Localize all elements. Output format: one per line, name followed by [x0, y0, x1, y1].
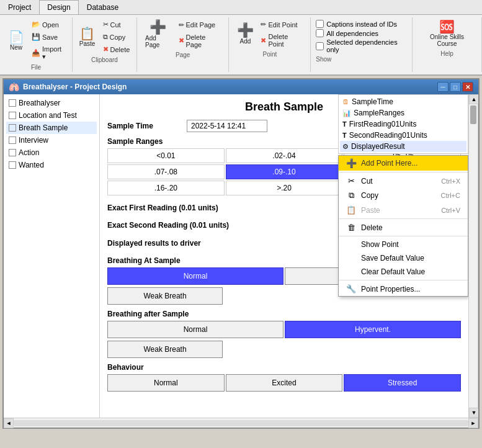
ribbon-tabs: Project Design Database — [0, 0, 482, 15]
app-titlebar: 🫁 Breathalyser - Project Design ─ □ ✕ — [4, 79, 478, 94]
all-deps-checkbox[interactable] — [316, 29, 324, 37]
app-window: 🫁 Breathalyser - Project Design ─ □ ✕ Br… — [2, 78, 480, 429]
show-selected-deps[interactable]: Selected dependencies only — [316, 38, 407, 53]
btn-save[interactable]: 💾 Save — [29, 31, 67, 43]
scroll-thumb[interactable] — [470, 105, 476, 124]
range-cell-7[interactable]: >.20 — [226, 181, 343, 195]
breathing-after-normal[interactable]: Normal — [107, 321, 283, 338]
sidebar-item-breath-sample[interactable]: Breath Sample — [6, 122, 97, 134]
ctx-copy[interactable]: ⧉ Copy Ctrl+C — [339, 188, 468, 203]
breathing-after-hypervent[interactable]: Hypervent. — [285, 321, 461, 338]
scroll-right-btn[interactable]: ► — [468, 418, 478, 428]
btn-import[interactable]: 📥 Import ▾ — [29, 43, 67, 63]
file-group-label: File — [31, 64, 41, 71]
sidebar-item-interview[interactable]: Interview — [6, 134, 97, 146]
field-icon-3: T — [342, 120, 347, 128]
main-panel: ▲ ▼ Breath Sample Sample Time Sample Ran… — [100, 94, 478, 418]
behaviour-label: Behaviour — [107, 363, 461, 372]
app-title: Breathalyser - Project Design — [23, 83, 127, 91]
breathing-after-weak[interactable]: Weak Breath — [107, 341, 223, 358]
win-controls: ─ □ ✕ — [437, 82, 473, 92]
field-sample-time[interactable]: 🗓 SampleTime — [340, 96, 466, 107]
sidebar-item-location[interactable]: Location and Test — [6, 109, 97, 122]
sidebar-item-action[interactable]: Action — [6, 146, 97, 159]
btn-add-page[interactable]: ➕ Add Page — [142, 19, 174, 50]
win-minimize[interactable]: ─ — [437, 82, 449, 92]
app-icon: 🫁 — [9, 82, 19, 92]
ctx-save-default[interactable]: Save Default Value — [339, 251, 468, 265]
ctx-clear-default[interactable]: Clear Default Value — [339, 265, 468, 279]
ribbon-group-file: 📄 New 📂 Open 💾 Save 📥 Import ▾ — [0, 17, 73, 72]
behaviour-group: Normal Excited Stressed — [107, 374, 461, 392]
btn-delete-point[interactable]: ✖ Delete Point — [257, 31, 305, 50]
field-displayed-result[interactable]: ⚙ DisplayedResult — [340, 141, 466, 152]
field-icon-1: 🗓 — [342, 98, 349, 105]
add-page-icon: ➕ — [150, 20, 166, 34]
behaviour-excited[interactable]: Excited — [226, 374, 343, 392]
sidebar: Breathalyser Location and Test Breath Sa… — [4, 94, 100, 418]
range-cell-6[interactable]: .16-.20 — [107, 181, 225, 195]
context-menu: ➕ Add Point Here... ✂ Cut Ctrl+X ⧉ Copy — [338, 155, 468, 297]
btn-delete-page[interactable]: ✖ Delete Page — [176, 32, 224, 50]
btn-copy[interactable]: ⧉ Copy — [100, 31, 133, 43]
ctx-cut[interactable]: ✂ Cut Ctrl+X — [339, 174, 468, 188]
breathing-after-label: Breathing after Sample — [107, 310, 461, 318]
sidebar-item-wanted[interactable]: Wanted — [6, 159, 97, 171]
range-cell-4[interactable]: .09-.10 — [226, 164, 343, 179]
edit-page-icon: ✏ — [179, 21, 184, 29]
win-maximize[interactable]: □ — [450, 82, 461, 92]
show-captions[interactable]: Captions instead of IDs — [316, 20, 397, 28]
ctx-show-point[interactable]: Show Point — [339, 238, 468, 251]
ctx-add-point[interactable]: ➕ Add Point Here... — [339, 156, 468, 171]
cb-breathalyser — [9, 99, 16, 107]
help-group-label: Help — [440, 50, 453, 57]
btn-edit-page[interactable]: ✏ Edit Page — [176, 19, 224, 31]
btn-help[interactable]: 🆘 Online Skills Course — [417, 19, 476, 49]
ribbon: Project Design Database 📄 New 📂 Open 💾 — [0, 0, 482, 76]
btn-open[interactable]: 📂 Open — [29, 19, 67, 30]
selected-deps-checkbox[interactable] — [316, 42, 324, 50]
ctx-point-props[interactable]: 🔧 Point Properties... — [339, 282, 468, 296]
ctx-sep-4 — [339, 280, 468, 280]
range-cell-3[interactable]: .07-.08 — [107, 164, 225, 179]
sidebar-item-breathalyser[interactable]: Breathalyser — [6, 97, 97, 109]
ribbon-group-point: ➕ Add ✏ Edit Point ✖ Delete Point Point — [229, 17, 311, 72]
field-first-reading[interactable]: T FirstReading01Units — [340, 119, 466, 130]
ctx-props-icon: 🔧 — [346, 284, 356, 293]
range-cell-0[interactable]: <0.01 — [107, 148, 225, 163]
breathing-after-group: Normal Hypervent. — [107, 321, 461, 338]
scroll-up-btn[interactable]: ▲ — [469, 94, 478, 104]
ctx-copy-icon: ⧉ — [346, 190, 356, 200]
breathing-at-normal[interactable]: Normal — [107, 267, 283, 285]
behaviour-stressed[interactable]: Stressed — [344, 374, 461, 392]
tab-database[interactable]: Database — [79, 0, 127, 14]
btn-cut[interactable]: ✂ Cut — [100, 19, 133, 30]
btn-paste[interactable]: 📋 Paste — [76, 25, 99, 49]
ctx-paste: 📋 Paste Ctrl+V — [339, 203, 468, 217]
sample-time-input[interactable] — [187, 120, 267, 132]
field-sample-ranges[interactable]: 📊 SampleRanges — [340, 107, 466, 119]
btn-delete-clip[interactable]: ✖ Delete — [100, 43, 133, 55]
scroll-left-btn[interactable]: ◄ — [4, 418, 14, 428]
breathing-after-weak-group: Weak Breath — [107, 341, 461, 358]
captions-checkbox[interactable] — [316, 20, 324, 28]
new-icon: 📄 — [9, 31, 24, 43]
right-panel-overlay: 🗓 SampleTime 📊 SampleRanges T FirstReadi… — [338, 94, 468, 297]
tab-project[interactable]: Project — [0, 0, 39, 14]
btn-edit-point[interactable]: ✏ Edit Point — [257, 19, 305, 30]
breathing-at-weak[interactable]: Weak Breath — [107, 287, 223, 305]
win-close[interactable]: ✕ — [462, 82, 473, 92]
range-cell-1[interactable]: .02-.04 — [226, 148, 343, 163]
tab-design[interactable]: Design — [39, 0, 78, 14]
scroll-down-btn[interactable]: ▼ — [469, 408, 478, 418]
cb-interview — [9, 137, 16, 144]
ctx-sep-2 — [339, 218, 468, 219]
btn-new[interactable]: 📄 New — [5, 29, 27, 53]
field-second-reading[interactable]: T SecondReading01Units — [340, 130, 466, 141]
edit-point-icon: ✏ — [261, 20, 266, 29]
behaviour-normal[interactable]: Normal — [107, 374, 225, 392]
ctx-delete[interactable]: 🗑 Delete — [339, 220, 468, 235]
field-icon-5: ⚙ — [342, 143, 349, 151]
btn-add-point[interactable]: ➕ Add — [234, 22, 256, 47]
show-all-deps[interactable]: All dependencies — [316, 29, 378, 37]
